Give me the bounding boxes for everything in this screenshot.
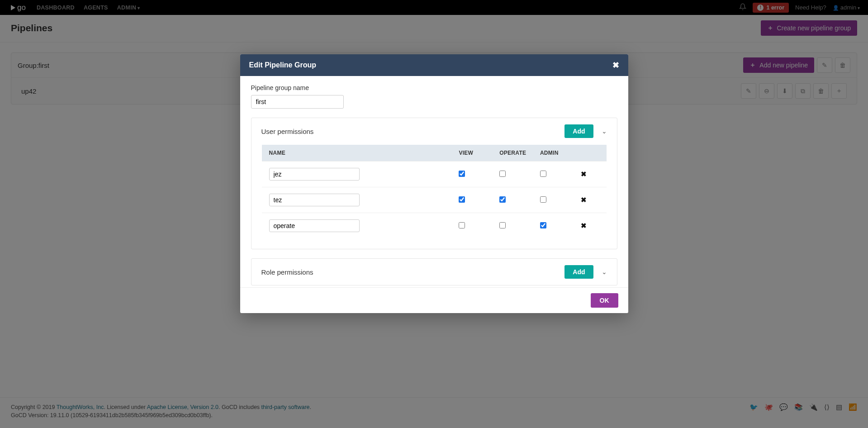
user-permissions-title: User permissions <box>261 128 314 135</box>
modal-overlay[interactable]: Edit Pipeline Group ✖ Pipeline group nam… <box>0 0 868 428</box>
col-admin-header: ADMIN <box>536 145 576 162</box>
col-delete-header <box>576 145 607 162</box>
modal-body: Pipeline group name User permissions Add… <box>240 76 628 287</box>
col-view-header: VIEW <box>454 145 495 162</box>
group-name-input[interactable] <box>251 95 344 109</box>
role-permissions-collapse-toggle[interactable]: ⌄ <box>602 268 607 276</box>
delete-user-row-button[interactable]: ✖ <box>581 170 587 178</box>
user-operate-checkbox[interactable] <box>499 171 506 177</box>
user-operate-checkbox[interactable] <box>499 222 506 228</box>
user-permissions-body: NAME VIEW OPERATE ADMIN ✖✖✖ <box>251 144 617 249</box>
add-user-permission-button[interactable]: Add <box>564 124 593 138</box>
modal-header: Edit Pipeline Group ✖ <box>240 54 628 76</box>
user-admin-checkbox[interactable] <box>540 171 546 177</box>
add-role-permission-button[interactable]: Add <box>564 265 593 279</box>
user-view-checkbox[interactable] <box>459 222 465 228</box>
modal-title: Edit Pipeline Group <box>249 61 316 69</box>
user-permissions-table: NAME VIEW OPERATE ADMIN ✖✖✖ <box>261 144 607 239</box>
user-operate-checkbox[interactable] <box>499 196 506 203</box>
edit-pipeline-group-modal: Edit Pipeline Group ✖ Pipeline group nam… <box>240 54 628 313</box>
user-permissions-panel: User permissions Add ⌄ NAME VIEW OPERATE… <box>251 118 617 249</box>
delete-user-row-button[interactable]: ✖ <box>581 196 587 204</box>
ok-button[interactable]: OK <box>591 293 618 308</box>
role-permissions-panel: Role permissions Add ⌄ <box>251 258 617 285</box>
user-name-input[interactable] <box>269 194 360 206</box>
user-permission-row: ✖ <box>261 162 607 187</box>
role-permissions-title: Role permissions <box>261 268 313 276</box>
user-admin-checkbox[interactable] <box>540 222 546 228</box>
user-permissions-header: User permissions Add ⌄ <box>251 118 617 144</box>
col-operate-header: OPERATE <box>495 145 536 162</box>
col-name-header: NAME <box>261 145 454 162</box>
group-name-label: Pipeline group name <box>251 84 617 91</box>
user-view-checkbox[interactable] <box>459 196 465 203</box>
user-name-input[interactable] <box>269 168 360 181</box>
user-name-input[interactable] <box>269 219 360 232</box>
modal-close-button[interactable]: ✖ <box>612 60 619 70</box>
user-admin-checkbox[interactable] <box>540 196 546 203</box>
role-permissions-header: Role permissions Add ⌄ <box>251 259 617 285</box>
delete-user-row-button[interactable]: ✖ <box>581 222 587 229</box>
user-permissions-collapse-toggle[interactable]: ⌄ <box>602 128 607 135</box>
user-view-checkbox[interactable] <box>459 171 465 177</box>
modal-footer: OK <box>240 287 628 313</box>
user-permission-row: ✖ <box>261 213 607 239</box>
user-permission-row: ✖ <box>261 187 607 213</box>
